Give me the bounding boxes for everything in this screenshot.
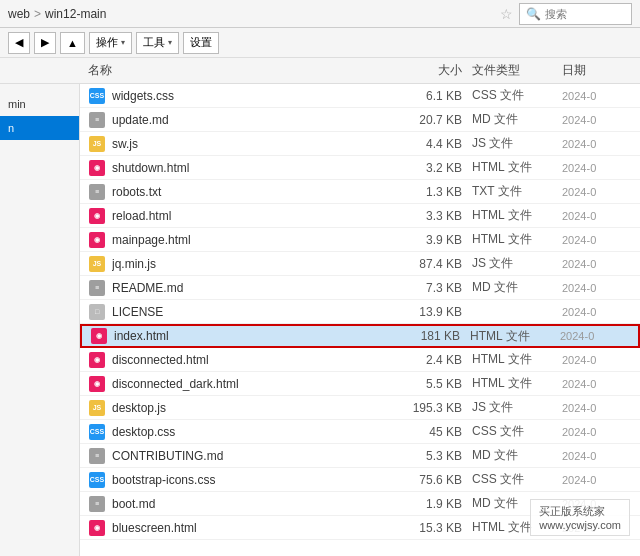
generic-icon: □ <box>88 303 106 321</box>
file-size: 4.4 KB <box>392 137 472 151</box>
md-icon: ≡ <box>88 495 106 513</box>
file-type: JS 文件 <box>472 255 562 272</box>
file-name: mainpage.html <box>112 233 392 247</box>
file-type: MD 文件 <box>472 447 562 464</box>
file-name: disconnected_dark.html <box>112 377 392 391</box>
table-row[interactable]: ≡ CONTRIBUTING.md 5.3 KB MD 文件 2024-0 <box>80 444 640 468</box>
file-date: 2024-0 <box>562 234 632 246</box>
table-row[interactable]: CSS bootstrap-icons.css 75.6 KB CSS 文件 2… <box>80 468 640 492</box>
file-date: 2024-0 <box>562 258 632 270</box>
col-header-size: 大小 <box>392 62 472 79</box>
watermark-site: www.ycwjsy.com <box>539 519 621 531</box>
file-type: MD 文件 <box>472 279 562 296</box>
file-date: 2024-0 <box>562 138 632 150</box>
toolbar: ◀ ▶ ▲ 操作 ▾ 工具 ▾ 设置 <box>0 28 640 58</box>
table-row[interactable]: ◉ mainpage.html 3.9 KB HTML 文件 2024-0 <box>80 228 640 252</box>
table-row[interactable]: JS sw.js 4.4 KB JS 文件 2024-0 <box>80 132 640 156</box>
file-type: HTML 文件 <box>472 231 562 248</box>
breadcrumb: web > win12-main <box>8 7 494 21</box>
address-bar: web > win12-main ☆ 🔍 <box>0 0 640 28</box>
file-date: 2024-0 <box>562 450 632 462</box>
table-row[interactable]: ◉ index.html 181 KB HTML 文件 2024-0 <box>80 324 640 348</box>
breadcrumb-win12[interactable]: win12-main <box>45 7 106 21</box>
tools-dropdown-icon: ▾ <box>168 38 172 47</box>
table-row[interactable]: ◉ reload.html 3.3 KB HTML 文件 2024-0 <box>80 204 640 228</box>
file-size: 3.2 KB <box>392 161 472 175</box>
file-list-container[interactable]: CSS widgets.css 6.1 KB CSS 文件 2024-0 ≡ u… <box>80 84 640 556</box>
html-icon: ◉ <box>88 159 106 177</box>
actions-dropdown-icon: ▾ <box>121 38 125 47</box>
file-type: HTML 文件 <box>470 328 560 345</box>
favorite-star-icon[interactable]: ☆ <box>500 6 513 22</box>
file-size: 13.9 KB <box>392 305 472 319</box>
file-size: 15.3 KB <box>392 521 472 535</box>
file-date: 2024-0 <box>562 210 632 222</box>
sidebar-item-n[interactable]: n <box>0 116 79 140</box>
file-size: 7.3 KB <box>392 281 472 295</box>
md-icon: ≡ <box>88 279 106 297</box>
file-date: 2024-0 <box>562 474 632 486</box>
back-button[interactable]: ◀ <box>8 32 30 54</box>
txt-icon: ≡ <box>88 183 106 201</box>
file-size: 3.3 KB <box>392 209 472 223</box>
file-type: CSS 文件 <box>472 87 562 104</box>
sidebar: min n <box>0 84 80 556</box>
file-size: 75.6 KB <box>392 473 472 487</box>
file-name: LICENSE <box>112 305 392 319</box>
md-icon: ≡ <box>88 447 106 465</box>
file-date: 2024-0 <box>562 90 632 102</box>
file-name: desktop.css <box>112 425 392 439</box>
table-row[interactable]: ◉ disconnected.html 2.4 KB HTML 文件 2024-… <box>80 348 640 372</box>
file-name: index.html <box>114 329 390 343</box>
file-name: reload.html <box>112 209 392 223</box>
forward-button[interactable]: ▶ <box>34 32 56 54</box>
table-row[interactable]: CSS widgets.css 6.1 KB CSS 文件 2024-0 <box>80 84 640 108</box>
file-type: HTML 文件 <box>472 159 562 176</box>
breadcrumb-sep1: > <box>34 7 41 21</box>
sidebar-item-min[interactable]: min <box>0 92 79 116</box>
css-icon: CSS <box>88 471 106 489</box>
js-icon: JS <box>88 399 106 417</box>
file-date: 2024-0 <box>560 330 630 342</box>
file-date: 2024-0 <box>562 114 632 126</box>
file-size: 1.3 KB <box>392 185 472 199</box>
file-list: CSS widgets.css 6.1 KB CSS 文件 2024-0 ≡ u… <box>80 84 640 540</box>
actions-button[interactable]: 操作 ▾ <box>89 32 132 54</box>
html-icon: ◉ <box>88 351 106 369</box>
file-size: 3.9 KB <box>392 233 472 247</box>
col-header-date: 日期 <box>562 62 632 79</box>
file-date: 2024-0 <box>562 282 632 294</box>
file-size: 1.9 KB <box>392 497 472 511</box>
actions-label: 操作 <box>96 35 118 50</box>
file-type: CSS 文件 <box>472 471 562 488</box>
search-input[interactable] <box>545 8 625 20</box>
js-icon: JS <box>88 255 106 273</box>
file-type: TXT 文件 <box>472 183 562 200</box>
file-name: update.md <box>112 113 392 127</box>
settings-button[interactable]: 设置 <box>183 32 219 54</box>
table-row[interactable]: ≡ robots.txt 1.3 KB TXT 文件 2024-0 <box>80 180 640 204</box>
search-box[interactable]: 🔍 <box>519 3 632 25</box>
file-name: sw.js <box>112 137 392 151</box>
file-size: 5.5 KB <box>392 377 472 391</box>
file-date: 2024-0 <box>562 378 632 390</box>
search-icon: 🔍 <box>526 7 541 21</box>
tools-button[interactable]: 工具 ▾ <box>136 32 179 54</box>
file-name: bluescreen.html <box>112 521 392 535</box>
table-row[interactable]: □ LICENSE 13.9 KB 2024-0 <box>80 300 640 324</box>
table-row[interactable]: JS jq.min.js 87.4 KB JS 文件 2024-0 <box>80 252 640 276</box>
file-name: desktop.js <box>112 401 392 415</box>
table-row[interactable]: CSS desktop.css 45 KB CSS 文件 2024-0 <box>80 420 640 444</box>
table-row[interactable]: ◉ disconnected_dark.html 5.5 KB HTML 文件 … <box>80 372 640 396</box>
html-icon: ◉ <box>88 375 106 393</box>
breadcrumb-web[interactable]: web <box>8 7 30 21</box>
table-row[interactable]: ≡ README.md 7.3 KB MD 文件 2024-0 <box>80 276 640 300</box>
css-icon: CSS <box>88 423 106 441</box>
table-row[interactable]: ◉ shutdown.html 3.2 KB HTML 文件 2024-0 <box>80 156 640 180</box>
table-row[interactable]: JS desktop.js 195.3 KB JS 文件 2024-0 <box>80 396 640 420</box>
table-row[interactable]: ≡ update.md 20.7 KB MD 文件 2024-0 <box>80 108 640 132</box>
file-name: disconnected.html <box>112 353 392 367</box>
file-name: README.md <box>112 281 392 295</box>
up-button[interactable]: ▲ <box>60 32 85 54</box>
file-type: HTML 文件 <box>472 375 562 392</box>
